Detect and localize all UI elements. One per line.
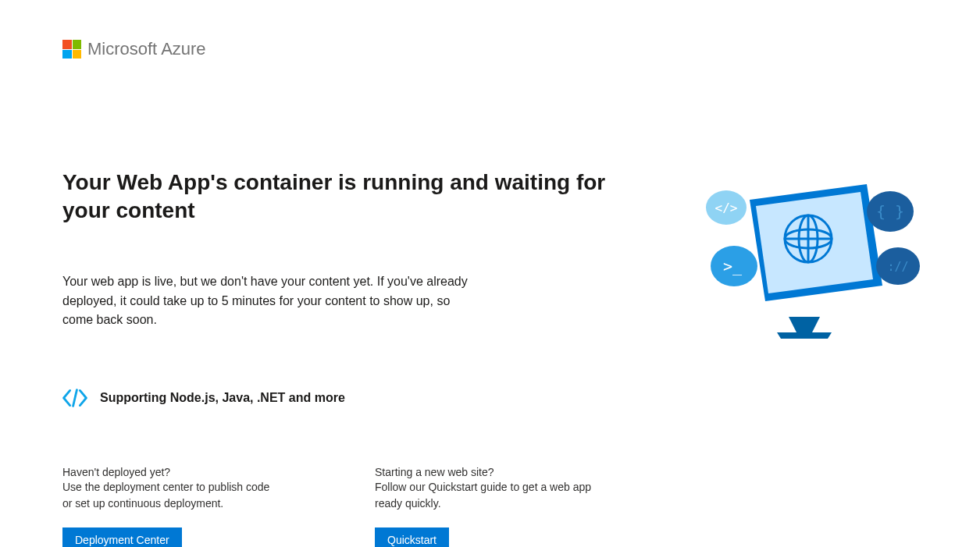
supporting-text: Supporting Node.js, Java, .NET and more [100,391,345,405]
svg-line-0 [73,390,77,407]
brand-header: Microsoft Azure [62,39,918,59]
web-app-illustration-icon: </> >_ { } :// [687,176,921,348]
card-quickstart: Starting a new web site? Follow our Quic… [375,466,593,547]
svg-text:://: :// [887,260,908,274]
svg-text:>_: >_ [723,257,743,275]
card-description: Use the deployment center to publish cod… [62,479,281,512]
svg-marker-1 [789,317,820,332]
supporting-row: Supporting Node.js, Java, .NET and more [62,389,625,407]
quickstart-button[interactable]: Quickstart [375,527,449,547]
card-heading: Starting a new web site? [375,466,593,478]
svg-marker-4 [756,192,873,293]
page-subtitle: Your web app is live, but we don't have … [62,272,469,330]
svg-text:</>: </> [715,201,738,215]
page-title: Your Web App's container is running and … [62,169,625,226]
svg-marker-2 [777,332,832,339]
card-deployment: Haven't deployed yet? Use the deployment… [62,466,281,547]
deployment-center-button[interactable]: Deployment Center [62,527,182,547]
card-description: Follow our Quickstart guide to get a web… [375,479,593,512]
svg-text:{ }: { } [876,202,904,221]
card-heading: Haven't deployed yet? [62,466,281,478]
microsoft-logo-icon [62,40,81,59]
code-icon [62,389,87,407]
brand-name: Microsoft Azure [87,39,206,59]
